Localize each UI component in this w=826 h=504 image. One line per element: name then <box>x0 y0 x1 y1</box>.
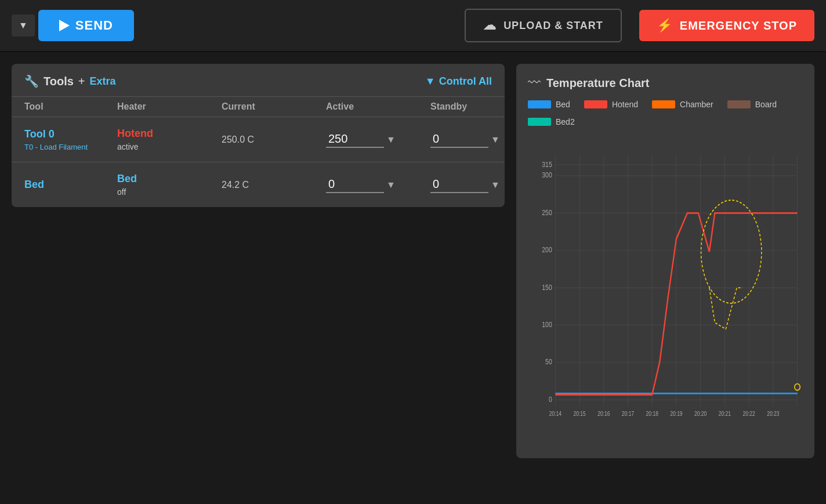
legend-label-hotend: Hotend <box>612 100 638 109</box>
legend-chamber: Chamber <box>652 100 713 109</box>
tool-cell-0: Tool 0 T0 - Load Filament <box>24 128 117 151</box>
tools-panel: 🔧 Tools + Extra ▼ Control All Tool Heate… <box>12 64 505 207</box>
heater-state-0: active <box>117 142 222 151</box>
svg-text:315: 315 <box>542 161 552 169</box>
current-temp-1: 24.2 C <box>222 180 326 190</box>
col-current: Current <box>222 101 326 112</box>
tools-header: 🔧 Tools + Extra ▼ Control All <box>12 64 505 96</box>
legend-bed: Bed <box>528 100 570 109</box>
standby-dropdown-0[interactable]: ▼ <box>491 135 500 145</box>
active-dropdown-1[interactable]: ▼ <box>386 180 396 190</box>
emergency-label: EMERGENCY STOP <box>680 19 797 32</box>
emergency-stop-button[interactable]: ⚡ EMERGENCY STOP <box>639 10 814 41</box>
send-label: SEND <box>75 18 113 33</box>
main-content: 🔧 Tools + Extra ▼ Control All Tool Heate… <box>0 52 826 470</box>
chart-area: 315 300 250 200 150 100 50 0 20:14 20:15… <box>528 136 803 426</box>
legend-color-chamber <box>652 100 675 108</box>
svg-text:20:16: 20:16 <box>597 411 610 418</box>
top-bar: ▼ SEND ☁ UPLOAD & START ⚡ EMERGENCY STOP <box>0 0 826 52</box>
standby-input-0[interactable] <box>430 131 488 148</box>
table-row: Bed Bed off 24.2 C ▼ ▼ <box>12 162 505 207</box>
send-play-icon <box>59 20 70 31</box>
upload-icon: ☁ <box>483 18 497 33</box>
legend-board: Board <box>727 100 777 109</box>
svg-text:150: 150 <box>542 284 552 291</box>
wrench-icon: 🔧 <box>24 74 39 88</box>
tool-sub-0[interactable]: T0 - Load Filament <box>24 143 117 151</box>
send-dropdown-group: ▼ SEND <box>12 10 134 41</box>
svg-text:200: 200 <box>542 246 552 253</box>
svg-text:20:17: 20:17 <box>622 411 634 418</box>
svg-text:250: 250 <box>542 209 552 216</box>
svg-rect-0 <box>528 136 803 426</box>
col-active: Active <box>326 101 430 112</box>
tools-title: Tools <box>44 75 74 88</box>
svg-text:20:21: 20:21 <box>719 411 731 418</box>
svg-text:300: 300 <box>542 171 552 179</box>
legend-label-bed2: Bed2 <box>556 117 575 126</box>
legend-color-bed2 <box>528 118 551 126</box>
svg-text:100: 100 <box>542 321 552 328</box>
legend-color-board <box>727 100 751 108</box>
svg-text:20:22: 20:22 <box>742 411 755 418</box>
legend-hotend: Hotend <box>584 100 638 109</box>
svg-text:20:23: 20:23 <box>767 411 779 418</box>
control-all-button[interactable]: ▼ Control All <box>425 75 492 88</box>
legend-label-board: Board <box>755 100 777 109</box>
standby-dropdown-1[interactable]: ▼ <box>491 180 500 190</box>
chart-panel: 〰 Temperature Chart Bed Hotend Chamber B… <box>516 64 814 458</box>
svg-text:20:18: 20:18 <box>646 411 658 418</box>
legend-label-chamber: Chamber <box>680 100 713 109</box>
heater-name-0: Hotend <box>117 128 222 140</box>
temperature-chart-svg: 315 300 250 200 150 100 50 0 20:14 20:15… <box>528 136 803 426</box>
heater-cell-1: Bed off <box>117 173 222 197</box>
tool-cell-1: Bed <box>24 179 117 191</box>
heater-cell-0: Hotend active <box>117 128 222 151</box>
tool-name-1[interactable]: Bed <box>24 179 117 191</box>
svg-text:0: 0 <box>549 396 552 403</box>
col-heater: Heater <box>117 101 222 112</box>
table-row: Tool 0 T0 - Load Filament Hotend active … <box>12 117 505 162</box>
control-all-arrow: ▼ <box>425 75 436 88</box>
col-tool: Tool <box>24 101 117 112</box>
plus-sign: + <box>78 75 85 88</box>
tool-name-0[interactable]: Tool 0 <box>24 128 117 140</box>
svg-text:20:19: 20:19 <box>670 411 682 418</box>
send-button[interactable]: SEND <box>38 10 134 41</box>
svg-text:20:20: 20:20 <box>694 411 707 418</box>
current-temp-0: 250.0 C <box>222 135 326 145</box>
upload-start-button[interactable]: ☁ UPLOAD & START <box>465 9 622 42</box>
active-input-wrap-0: ▼ <box>326 131 430 148</box>
svg-text:20:14: 20:14 <box>549 411 561 418</box>
active-input-0[interactable] <box>326 131 384 148</box>
chart-header: 〰 Temperature Chart <box>528 75 803 90</box>
active-input-wrap-1: ▼ <box>326 176 430 193</box>
active-input-1[interactable] <box>326 176 384 193</box>
chart-legend: Bed Hotend Chamber Board Bed2 <box>528 100 803 126</box>
table-header: Tool Heater Current Active Standby <box>12 96 505 117</box>
legend-label-bed: Bed <box>556 100 570 109</box>
upload-label: UPLOAD & START <box>503 20 603 32</box>
bolt-icon: ⚡ <box>657 18 673 33</box>
standby-input-1[interactable] <box>430 176 488 193</box>
control-all-label: Control All <box>439 75 492 88</box>
send-dropdown-arrow[interactable]: ▼ <box>12 14 35 37</box>
chart-title: Temperature Chart <box>546 77 649 90</box>
heater-name-1: Bed <box>117 173 222 185</box>
legend-bed2: Bed2 <box>528 117 575 126</box>
legend-color-hotend <box>584 100 607 108</box>
svg-text:50: 50 <box>545 358 552 366</box>
wave-icon: 〰 <box>528 75 541 90</box>
legend-color-bed <box>528 100 551 108</box>
heater-state-1: off <box>117 187 222 197</box>
active-dropdown-0[interactable]: ▼ <box>386 135 396 145</box>
extra-button[interactable]: Extra <box>90 75 116 88</box>
svg-text:20:15: 20:15 <box>573 411 585 418</box>
